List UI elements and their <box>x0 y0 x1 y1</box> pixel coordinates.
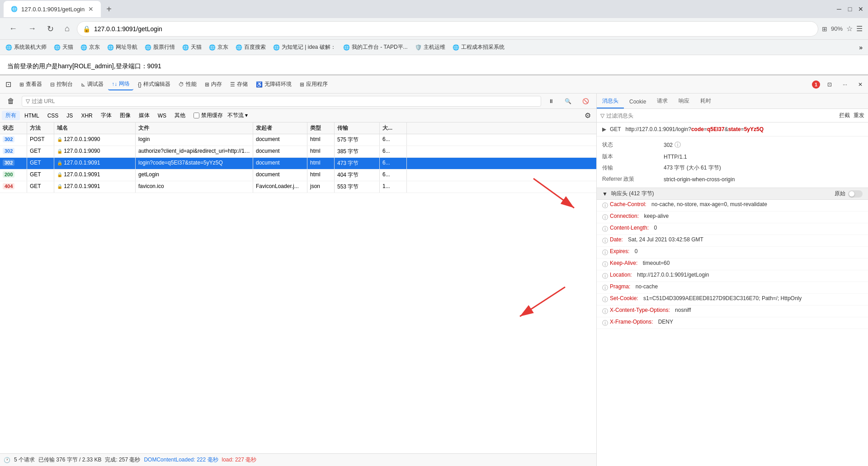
type-filter-other[interactable]: 其他 <box>171 111 189 120</box>
address-bar[interactable] <box>94 25 812 33</box>
type-filter-image[interactable]: 图像 <box>116 111 134 120</box>
type-filter-html[interactable]: HTML <box>21 112 43 120</box>
pause-recording-button[interactable]: ⏸ <box>545 96 557 106</box>
header-help-icon-7[interactable]: ⓘ <box>602 284 608 292</box>
devtool-inspect-button[interactable]: ⊡ <box>2 78 15 90</box>
search-network-button[interactable]: 🔍 <box>561 96 575 106</box>
header-help-icon-0[interactable]: ⓘ <box>602 202 608 210</box>
disable-cache-checkbox[interactable] <box>193 113 199 118</box>
address-bar-wrap[interactable]: 🔒 <box>77 21 818 37</box>
devtool-expand-button[interactable]: ⊡ <box>824 80 835 89</box>
devtool-close-button[interactable]: ✕ <box>854 80 866 89</box>
network-row-1[interactable]: 302 GET 🔒 127.0.0.1:9090 authorize?clien… <box>0 146 596 158</box>
devtool-network-button[interactable]: ↑↓ 网络 <box>108 78 133 90</box>
bookmark-item-7[interactable]: 🌐 百度搜索 <box>236 43 266 51</box>
bookmark-item-1[interactable]: 🌐 天猫 <box>54 43 73 51</box>
bookmark-item-11[interactable]: 🌐 工程成本招采系统 <box>453 43 505 51</box>
bookmark-item-2[interactable]: 🌐 京东 <box>80 43 100 51</box>
type-filter-ws[interactable]: WS <box>154 112 170 120</box>
devtool-performance-button[interactable]: ⏱ 性能 <box>175 79 200 90</box>
devtool-application-button[interactable]: ⊞ 应用程序 <box>296 79 331 90</box>
bookmark-item-10[interactable]: 🛡️ 主机运维 <box>415 43 445 51</box>
devtool-style-editor-button[interactable]: {} 样式编辑器 <box>134 79 174 90</box>
row-domain-1: 🔒 127.0.0.1:9090 <box>54 146 136 157</box>
bookmark-item-6[interactable]: 🌐 京东 <box>209 43 228 51</box>
resend-button[interactable]: 重发 <box>854 112 864 119</box>
clear-network-button[interactable]: 🗑 <box>4 95 18 107</box>
bookmark-item-4[interactable]: 🌐 股票行情 <box>145 43 175 51</box>
header-help-icon-3[interactable]: ⓘ <box>602 237 608 245</box>
tab-timing[interactable]: 耗时 <box>695 94 717 108</box>
bookmark-item-5[interactable]: 🌐 天猫 <box>182 43 202 51</box>
tab-response[interactable]: 响应 <box>673 94 695 108</box>
header-help-icon-8[interactable]: ⓘ <box>602 296 608 304</box>
bookmark-item-0[interactable]: 🌐 系统装机大师 <box>5 43 47 51</box>
network-row-2[interactable]: 302 GET 🔒 127.0.0.1:9091 login?code=q5EI… <box>0 158 596 169</box>
help-icon-status[interactable]: ⓘ <box>675 141 681 149</box>
filter-triangle-icon: ▽ <box>600 113 604 119</box>
nav-right: ⊞ 90% ☆ ☰ <box>822 24 863 33</box>
row-method-4: GET <box>27 181 54 193</box>
home-button[interactable]: ⌂ <box>61 22 73 35</box>
no-throttle-select[interactable]: 不节流 ▾ <box>227 112 248 119</box>
header-help-icon-9[interactable]: ⓘ <box>602 307 608 315</box>
network-row-0[interactable]: 302 POST 🔒 127.0.0.1:9090 login document… <box>0 134 596 146</box>
devtool-memory-button[interactable]: ⊞ 内存 <box>201 79 226 90</box>
response-headers-section[interactable]: ▼ 响应头 (412 字节) 原始 <box>597 188 868 200</box>
intercept-button[interactable]: 拦截 <box>839 112 850 119</box>
devtool-a11y-button[interactable]: ♿ 无障碍环境 <box>252 79 295 90</box>
type-filter-media[interactable]: 媒体 <box>135 111 153 120</box>
raw-toggle-wrap: 原始 <box>835 190 863 198</box>
type-filter-js[interactable]: JS <box>63 112 76 120</box>
back-button[interactable]: ← <box>5 22 21 35</box>
disable-cache-label[interactable]: 禁用缓存 <box>193 112 223 119</box>
tab-request[interactable]: 请求 <box>651 94 673 108</box>
type-filter-font[interactable]: 字体 <box>97 111 115 120</box>
tab-cookie[interactable]: Cookie <box>624 96 651 108</box>
network-row-3[interactable]: 200 GET 🔒 127.0.0.1:9091 getLogin docume… <box>0 169 596 181</box>
expand-arrow[interactable]: ▶ <box>602 126 606 132</box>
cast-icon[interactable]: ⊞ <box>822 25 827 33</box>
close-button[interactable]: ✕ <box>857 5 864 13</box>
type-filter-xhr[interactable]: XHR <box>77 112 96 120</box>
devtool-debugger-button[interactable]: ⊾ 调试器 <box>77 79 107 90</box>
devtool-more-button[interactable]: ··· <box>839 80 851 89</box>
header-help-icon-6[interactable]: ⓘ <box>602 272 608 280</box>
menu-icon[interactable]: ☰ <box>856 24 863 33</box>
header-row-expires: ⓘ Expires: 0 <box>597 247 868 259</box>
row-type-0: html <box>307 134 335 146</box>
tab-message-headers[interactable]: 消息头 <box>597 94 624 108</box>
devtool-storage-button[interactable]: ☰ 存储 <box>226 79 251 90</box>
header-help-icon-1[interactable]: ⓘ <box>602 213 608 221</box>
forward-button[interactable]: → <box>24 22 40 35</box>
network-settings-button[interactable]: ⚙ <box>581 109 594 122</box>
bookmark-item-8[interactable]: 🌐 为知笔记 | idea 破解： <box>273 43 336 51</box>
type-filter-all[interactable]: 所有 <box>2 111 20 120</box>
right-filter-input[interactable] <box>606 113 674 119</box>
more-bookmarks-icon[interactable]: » <box>859 44 863 51</box>
maximize-button[interactable]: □ <box>846 5 854 13</box>
request-url: GET http://127.0.0.1:9091/login?code=q5E… <box>610 126 764 132</box>
bookmark-item-9[interactable]: 🌐 我的工作台 - TAPD平... <box>343 43 408 51</box>
header-help-icon-10[interactable]: ⓘ <box>602 319 608 327</box>
devtool-viewer-button[interactable]: ⊞ 查看器 <box>16 79 46 90</box>
window-controls: ─ □ ✕ <box>835 5 864 13</box>
header-help-icon-4[interactable]: ⓘ <box>602 249 608 257</box>
bookmark-item-3[interactable]: 🌐 网址导航 <box>107 43 137 51</box>
devtool-console-button[interactable]: ⊟ 控制台 <box>47 79 76 90</box>
bookmark-icon[interactable]: ☆ <box>846 24 853 33</box>
active-tab[interactable]: 🌐 127.0.0.1:9091/getLogin ✕ <box>4 1 101 17</box>
tab-close-button[interactable]: ✕ <box>88 5 94 13</box>
devtool-console-icon: ⊟ <box>50 81 55 88</box>
header-help-icon-2[interactable]: ⓘ <box>602 225 608 233</box>
network-row-4[interactable]: 404 GET 🔒 127.0.0.1:9091 favicon.ico Fav… <box>0 181 596 193</box>
zoom-level: 90% <box>831 25 843 32</box>
new-tab-button[interactable]: + <box>103 2 115 16</box>
minimize-button[interactable]: ─ <box>835 5 843 13</box>
type-filter-css[interactable]: CSS <box>44 112 62 120</box>
header-help-icon-5[interactable]: ⓘ <box>602 260 608 268</box>
raw-toggle[interactable] <box>848 190 863 198</box>
filter-url-input[interactable] <box>32 98 537 104</box>
block-requests-button[interactable]: 🚫 <box>579 96 593 106</box>
reload-button[interactable]: ↻ <box>43 22 57 36</box>
